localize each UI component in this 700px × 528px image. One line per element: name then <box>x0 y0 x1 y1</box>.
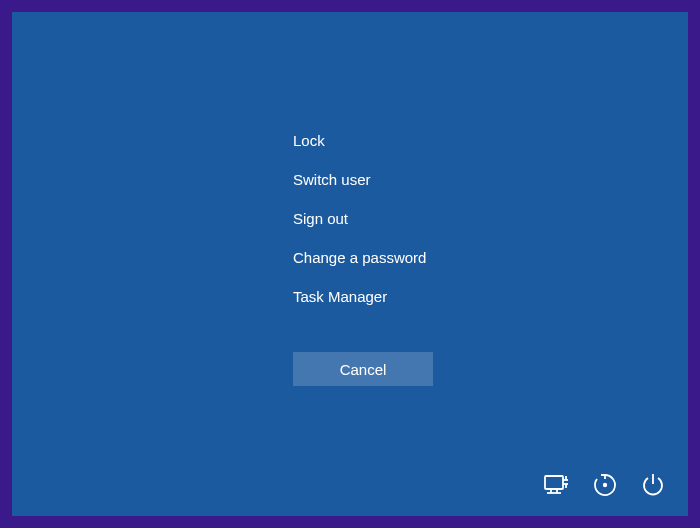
svg-point-8 <box>603 483 607 487</box>
bottom-icon-bar <box>542 472 666 498</box>
ease-of-access-icon[interactable] <box>592 472 618 498</box>
options-list: Lock Switch user Sign out Change a passw… <box>293 132 426 305</box>
lock-option[interactable]: Lock <box>293 132 426 149</box>
power-icon[interactable] <box>640 472 666 498</box>
change-password-option[interactable]: Change a password <box>293 249 426 266</box>
sign-out-option[interactable]: Sign out <box>293 210 426 227</box>
cancel-button[interactable]: Cancel <box>293 352 433 386</box>
task-manager-option[interactable]: Task Manager <box>293 288 426 305</box>
security-options-screen: Lock Switch user Sign out Change a passw… <box>12 12 688 516</box>
switch-user-option[interactable]: Switch user <box>293 171 426 188</box>
network-icon[interactable] <box>542 473 570 497</box>
svg-rect-0 <box>545 476 563 489</box>
